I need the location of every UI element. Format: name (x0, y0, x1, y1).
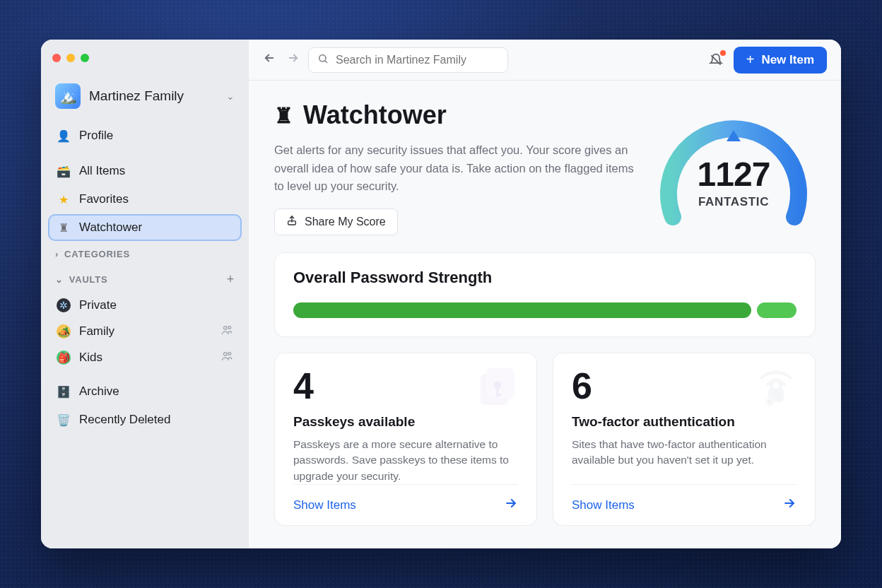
main-content: + New Item ♜ Watchtower Get alerts for a… (249, 40, 841, 548)
sidebar-item-label: Favorites (79, 192, 129, 206)
tile-two-factor: 6 Two-factor authentication Sites that h… (553, 353, 816, 526)
show-items-button[interactable]: Show Items (293, 484, 518, 525)
vault-icon: ✲ (57, 298, 71, 312)
tile-description: Passkeys are a more secure alternative t… (293, 437, 518, 484)
score-label: FANTASTIC (698, 195, 769, 209)
account-avatar-icon: 🏔️ (55, 83, 81, 109)
svg-point-1 (228, 326, 231, 329)
passkey-icon (473, 363, 522, 413)
sidebar-item-label: Archive (79, 384, 119, 399)
vault-label: Private (79, 298, 117, 312)
search-field[interactable] (308, 47, 508, 73)
watchtower-tiles: 4 Passkeys available Passkeys are a more… (274, 353, 816, 526)
sidebar-item-profile[interactable]: 👤 Profile (48, 122, 242, 149)
share-icon (286, 215, 298, 229)
vault-icon: 🏕️ (57, 324, 71, 339)
section-label: CATEGORIES (64, 249, 130, 259)
sidebar: 🏔️ Martinez Family ⌄ 👤 Profile 🗃️ All It… (41, 40, 249, 548)
strength-segment (757, 302, 796, 318)
page-title: ♜ Watchtower (274, 100, 635, 130)
back-button[interactable] (263, 52, 276, 68)
shared-icon (220, 324, 233, 339)
sidebar-item-label: Recently Deleted (79, 413, 170, 427)
sidebar-item-label: Profile (79, 129, 113, 143)
password-strength-card: Overall Password Strength (274, 252, 816, 337)
share-score-button[interactable]: Share My Score (274, 208, 398, 235)
bell-icon (709, 53, 723, 67)
show-items-button[interactable]: Show Items (572, 484, 796, 525)
tile-action-label: Show Items (572, 498, 635, 512)
maximize-window-icon[interactable] (81, 54, 89, 62)
content-area: ♜ Watchtower Get alerts for any security… (249, 81, 841, 526)
categories-header[interactable]: › CATEGORIES (48, 242, 242, 265)
account-name: Martinez Family (89, 88, 218, 104)
vault-icon: 🎒 (57, 351, 71, 365)
search-icon (317, 53, 329, 67)
forward-button[interactable] (287, 52, 300, 68)
chevron-down-icon: ⌄ (226, 90, 235, 102)
strength-bar (293, 302, 796, 318)
new-item-label: New Item (761, 53, 814, 67)
svg-point-4 (319, 54, 326, 61)
share-score-label: Share My Score (305, 216, 386, 228)
vault-label: Kids (79, 351, 102, 365)
shared-icon (220, 350, 233, 365)
window-controls (48, 51, 242, 78)
topbar: + New Item (249, 40, 841, 81)
chevron-down-icon: ⌄ (55, 274, 64, 285)
plus-icon: + (746, 52, 755, 68)
tower-icon: ♜ (57, 220, 71, 235)
archive-icon: 🗄️ (57, 384, 71, 399)
tile-passkeys: 4 Passkeys available Passkeys are a more… (274, 353, 537, 526)
sidebar-item-watchtower[interactable]: ♜ Watchtower (48, 214, 242, 241)
lock-wifi-icon (751, 363, 801, 413)
close-window-icon[interactable] (52, 54, 61, 62)
account-switcher[interactable]: 🏔️ Martinez Family ⌄ (48, 78, 242, 122)
strength-segment (293, 302, 751, 318)
arrow-right-icon (504, 496, 518, 514)
page-description: Get alerts for any security issues that … (274, 141, 635, 196)
vault-item-kids[interactable]: 🎒 Kids (48, 344, 242, 370)
watchtower-hero: ♜ Watchtower Get alerts for any security… (274, 100, 816, 235)
minimize-window-icon[interactable] (66, 54, 75, 62)
new-item-button[interactable]: + New Item (734, 47, 827, 74)
person-icon: 👤 (57, 129, 71, 143)
arrow-right-icon (782, 496, 796, 514)
svg-point-9 (494, 381, 502, 389)
chevron-right-icon: › (55, 249, 59, 259)
page-title-text: Watchtower (303, 100, 447, 130)
nav-arrows (263, 52, 300, 68)
search-input[interactable] (336, 54, 499, 66)
trash-icon: 🗑️ (57, 413, 71, 427)
vaults-header[interactable]: ⌄ VAULTS + (48, 265, 242, 293)
vault-item-private[interactable]: ✲ Private (48, 293, 242, 318)
app-window: 🏔️ Martinez Family ⌄ 👤 Profile 🗃️ All It… (41, 40, 841, 548)
score-value: 1127 (698, 155, 770, 194)
vault-label: Family (79, 324, 114, 339)
add-vault-icon[interactable]: + (227, 272, 235, 287)
sidebar-item-all-items[interactable]: 🗃️ All Items (48, 158, 242, 184)
svg-point-3 (228, 352, 231, 355)
star-icon: ★ (57, 192, 71, 206)
svg-point-2 (224, 353, 228, 356)
notifications-button[interactable] (707, 51, 725, 69)
strength-title: Overall Password Strength (293, 269, 796, 287)
score-gauge: 1127 FANTASTIC (652, 100, 816, 235)
archive-box-icon: 🗃️ (57, 164, 71, 178)
tile-title: Two-factor authentication (572, 414, 796, 430)
svg-point-0 (224, 327, 228, 330)
section-label: VAULTS (69, 274, 108, 285)
sidebar-item-label: Watchtower (79, 220, 142, 235)
sidebar-item-favorites[interactable]: ★ Favorites (48, 186, 242, 213)
vault-item-family[interactable]: 🏕️ Family (48, 318, 242, 344)
tile-title: Passkeys available (293, 414, 518, 430)
sidebar-item-archive[interactable]: 🗄️ Archive (48, 378, 242, 405)
sidebar-item-label: All Items (79, 164, 125, 178)
tile-description: Sites that have two-factor authenticatio… (572, 437, 796, 469)
tower-icon: ♜ (274, 103, 293, 128)
sidebar-item-recently-deleted[interactable]: 🗑️ Recently Deleted (48, 406, 242, 433)
tile-action-label: Show Items (293, 498, 356, 512)
